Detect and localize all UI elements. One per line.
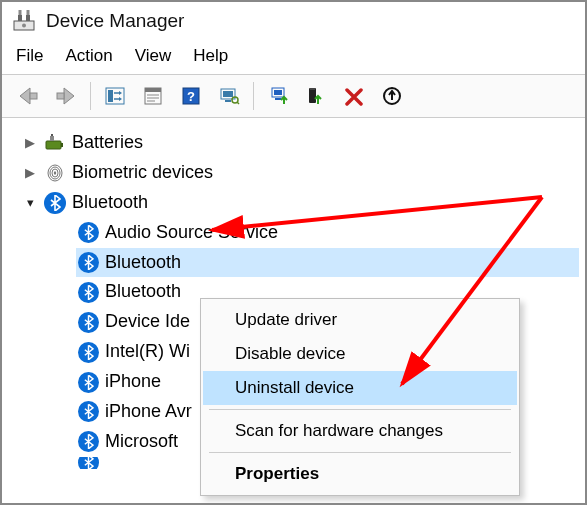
svg-rect-24 bbox=[275, 98, 281, 100]
svg-rect-19 bbox=[225, 100, 231, 102]
update-driver-button[interactable] bbox=[260, 79, 296, 113]
back-button[interactable] bbox=[10, 79, 46, 113]
window-title: Device Manager bbox=[46, 10, 184, 32]
disable-device-button[interactable] bbox=[336, 79, 372, 113]
svg-rect-1 bbox=[18, 15, 22, 21]
bluetooth-icon bbox=[78, 342, 99, 363]
scan-hardware-button[interactable] bbox=[211, 79, 247, 113]
bluetooth-icon bbox=[78, 372, 99, 393]
tree-node-bluetooth[interactable]: ▾ Bluetooth bbox=[20, 188, 579, 218]
separator bbox=[90, 82, 91, 110]
properties-button[interactable] bbox=[135, 79, 171, 113]
bluetooth-icon bbox=[78, 252, 99, 273]
node-label: Biometric devices bbox=[72, 159, 213, 187]
fingerprint-icon bbox=[44, 162, 66, 184]
caret-collapsed-icon[interactable]: ▶ bbox=[22, 133, 38, 153]
bluetooth-icon bbox=[78, 282, 99, 303]
node-label: Microsoft bbox=[105, 428, 178, 456]
device-manager-icon bbox=[12, 10, 36, 32]
svg-rect-23 bbox=[274, 90, 282, 95]
bluetooth-icon bbox=[44, 192, 66, 214]
svg-line-21 bbox=[237, 102, 239, 104]
svg-rect-25 bbox=[309, 88, 316, 103]
node-label: Batteries bbox=[72, 129, 143, 157]
ctx-properties[interactable]: Properties bbox=[203, 457, 517, 491]
uninstall-device-button[interactable] bbox=[298, 79, 334, 113]
menu-help[interactable]: Help bbox=[193, 46, 228, 66]
ctx-separator bbox=[209, 452, 511, 453]
titlebar: Device Manager bbox=[2, 2, 585, 38]
node-label: iPhone bbox=[105, 368, 161, 396]
show-hide-console-button[interactable] bbox=[97, 79, 133, 113]
bluetooth-icon bbox=[78, 401, 99, 422]
bluetooth-icon bbox=[78, 457, 99, 469]
context-menu: Update driver Disable device Uninstall d… bbox=[200, 298, 520, 496]
svg-rect-28 bbox=[46, 141, 61, 149]
caret-collapsed-icon[interactable]: ▶ bbox=[22, 163, 38, 183]
menu-file[interactable]: File bbox=[16, 46, 43, 66]
help-button[interactable]: ? bbox=[173, 79, 209, 113]
node-label: Audio Source Service bbox=[105, 219, 278, 247]
menu-view[interactable]: View bbox=[135, 46, 172, 66]
enable-device-button[interactable] bbox=[374, 79, 410, 113]
forward-button[interactable] bbox=[48, 79, 84, 113]
menu-action[interactable]: Action bbox=[65, 46, 112, 66]
node-label: Bluetooth bbox=[72, 189, 148, 217]
svg-rect-26 bbox=[310, 88, 315, 90]
tree-node-batteries[interactable]: ▶ Batteries bbox=[20, 128, 579, 158]
menubar: File Action View Help bbox=[2, 38, 585, 74]
tree-node-bt-device-selected[interactable]: Bluetooth bbox=[76, 248, 579, 278]
bluetooth-icon bbox=[78, 431, 99, 452]
svg-point-5 bbox=[22, 24, 26, 28]
separator bbox=[253, 82, 254, 110]
tree-node-biometric[interactable]: ▶ Biometric devices bbox=[20, 158, 579, 188]
svg-rect-29 bbox=[61, 143, 63, 147]
svg-rect-11 bbox=[145, 88, 161, 92]
svg-rect-31 bbox=[51, 134, 53, 136]
svg-rect-7 bbox=[57, 93, 64, 99]
node-label: iPhone Avr bbox=[105, 398, 192, 426]
toolbar: ? bbox=[2, 74, 585, 118]
battery-icon bbox=[44, 132, 66, 154]
ctx-uninstall-device[interactable]: Uninstall device bbox=[203, 371, 517, 405]
bluetooth-icon bbox=[78, 312, 99, 333]
svg-text:?: ? bbox=[187, 89, 195, 104]
bluetooth-icon bbox=[78, 222, 99, 243]
svg-rect-2 bbox=[26, 15, 30, 21]
svg-rect-6 bbox=[30, 93, 37, 99]
caret-expanded-icon[interactable]: ▾ bbox=[22, 193, 38, 213]
ctx-scan-hardware[interactable]: Scan for hardware changes bbox=[203, 414, 517, 448]
node-label: Bluetooth bbox=[105, 249, 181, 277]
svg-point-35 bbox=[54, 171, 56, 175]
svg-rect-9 bbox=[108, 90, 113, 102]
ctx-update-driver[interactable]: Update driver bbox=[203, 303, 517, 337]
tree-node-bt-audio[interactable]: Audio Source Service bbox=[76, 218, 579, 248]
node-label: Intel(R) Wi bbox=[105, 338, 190, 366]
node-label: Device Ide bbox=[105, 308, 190, 336]
ctx-disable-device[interactable]: Disable device bbox=[203, 337, 517, 371]
node-label: Bluetooth bbox=[105, 278, 181, 306]
svg-rect-3 bbox=[19, 10, 22, 15]
svg-rect-4 bbox=[27, 10, 30, 15]
ctx-separator bbox=[209, 409, 511, 410]
svg-rect-30 bbox=[50, 136, 54, 141]
svg-rect-18 bbox=[223, 91, 233, 97]
